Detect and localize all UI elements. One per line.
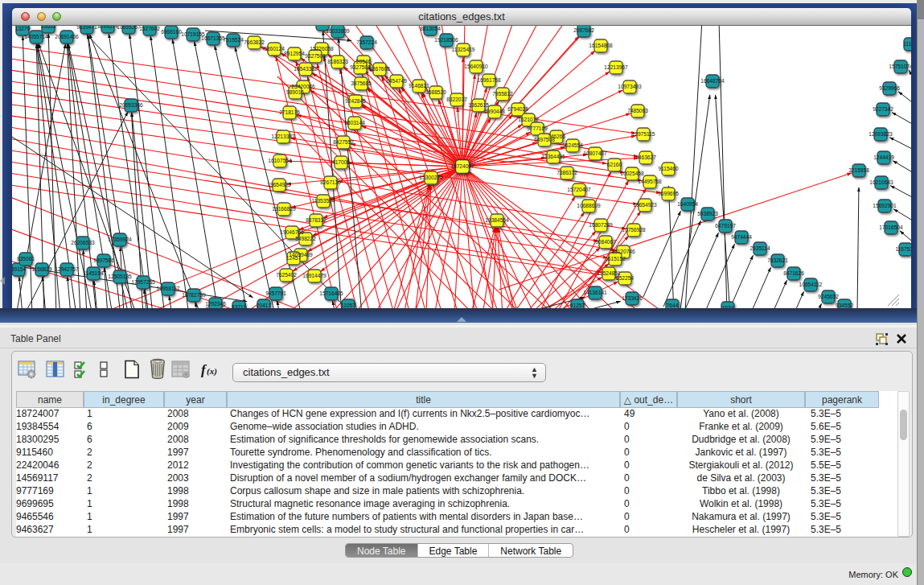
svg-text:(x): (x) [207,366,217,377]
svg-text:6497508: 6497508 [534,137,555,142]
svg-text:7515524: 7515524 [223,37,244,43]
svg-text:7644: 7644 [667,303,679,308]
svg-text:15692901: 15692901 [873,203,897,208]
svg-text:2803144: 2803144 [344,120,365,126]
svg-text:8878332: 8878332 [306,217,326,223]
svg-text:14495758: 14495758 [638,179,662,184]
svg-text:19166829: 19166829 [272,206,296,212]
svg-text:1640954: 1640954 [677,201,698,207]
svg-text:9115460: 9115460 [658,166,679,171]
svg-text:417006: 417006 [332,159,350,165]
svg-text:16120746: 16120746 [611,249,635,254]
svg-text:20691406: 20691406 [55,34,79,39]
svg-text:1167530: 1167530 [895,246,911,252]
svg-text:16807289: 16807289 [589,222,613,228]
svg-text:17359924: 17359924 [108,237,132,242]
svg-text:10973493: 10973493 [618,84,642,89]
svg-text:15226058: 15226058 [310,46,334,51]
svg-text:8267130: 8267130 [320,179,341,185]
svg-text:17957255: 17957255 [131,279,155,285]
svg-text:12213967: 12213967 [604,64,628,70]
svg-text:989016: 989016 [286,89,304,95]
svg-text:9242845: 9242845 [345,98,366,104]
svg-text:5938923: 5938923 [697,211,718,216]
svg-text:5498222: 5498222 [295,236,316,241]
svg-text:14055714: 14055714 [24,34,48,39]
svg-text:10688609: 10688609 [577,203,601,208]
svg-text:7832621: 7832621 [767,257,788,263]
svg-text:1292346: 1292346 [205,301,226,307]
svg-text:8322037: 8322037 [446,97,467,102]
svg-text:252254: 252254 [616,275,634,281]
svg-text:9245652: 9245652 [818,294,839,299]
svg-text:7625402: 7625402 [276,272,297,278]
svg-text:9860124: 9860124 [264,46,285,51]
svg-text:9329966: 9329966 [879,85,900,91]
svg-text:41257: 41257 [570,303,585,308]
svg-text:11353594: 11353594 [312,198,335,204]
svg-text:9227342: 9227342 [873,106,893,112]
svg-text:10807487: 10807487 [583,150,607,156]
svg-text:12975115: 12975115 [632,131,655,137]
svg-text:7357224: 7357224 [356,39,377,45]
svg-text:12093823: 12093823 [869,131,893,137]
svg-text:9777169: 9777169 [527,126,548,131]
svg-text:835061: 835061 [17,256,35,262]
svg-text:1156829: 1156829 [31,266,52,272]
svg-text:13279: 13279 [15,26,31,31]
svg-text:9699695: 9699695 [658,191,679,196]
svg-text:16033809: 16033809 [326,28,350,34]
svg-text:9639471: 9639471 [76,26,97,30]
svg-text:18724007: 18724007 [450,163,474,169]
svg-text:1362615: 1362615 [468,102,489,108]
svg-text:6479197: 6479197 [715,223,736,229]
svg-text:16961758: 16961758 [477,77,501,83]
svg-text:15720407: 15720407 [567,187,591,192]
svg-text:9463627: 9463627 [635,154,656,160]
svg-text:12505135: 12505135 [108,274,132,279]
svg-text:11609: 11609 [315,26,330,27]
svg-text:7663822: 7663822 [244,39,265,45]
svg-text:8912954: 8912954 [284,51,305,56]
svg-text:8471626: 8471626 [783,270,804,276]
svg-text:11057: 11057 [341,303,355,308]
svg-text:19046766: 19046766 [280,229,304,235]
svg-text:3624554: 3624554 [562,142,583,148]
svg-text:2935114: 2935114 [749,245,770,251]
svg-text:10025458: 10025458 [620,171,644,176]
svg-text:2718176: 2718176 [279,109,300,115]
svg-text:16914479: 16914479 [302,273,326,278]
svg-text:20053346: 20053346 [119,102,143,108]
svg-text:16648764: 16648764 [700,78,725,84]
svg-text:7485063: 7485063 [627,108,648,113]
svg-text:9327508: 9327508 [350,64,371,70]
svg-text:15300275: 15300275 [419,175,443,180]
svg-text:26206533: 26206533 [71,240,95,245]
svg-text:3875685: 3875685 [351,80,372,86]
svg-text:15751074: 15751074 [889,64,911,69]
svg-text:9084067: 9084067 [595,239,616,245]
svg-text:2087682: 2087682 [573,27,594,33]
svg-text:11325419: 11325419 [452,47,475,52]
svg-text:19654923: 19654923 [633,202,657,208]
svg-text:16107554: 16107554 [268,158,292,163]
svg-text:12457: 12457 [286,255,302,261]
svg-text:6794028: 6794028 [507,106,528,112]
svg-text:19384554: 19384554 [485,217,509,223]
svg-text:10958117: 10958117 [157,286,180,291]
svg-text:12213382: 12213382 [271,134,295,139]
svg-text:17016504: 17016504 [879,225,903,230]
svg-text:9474444: 9474444 [731,234,752,240]
svg-text:1527602: 1527602 [139,26,160,31]
svg-text:10655267: 10655267 [117,26,141,30]
svg-text:16154808: 16154808 [589,43,613,48]
svg-text:1244419: 1244419 [873,154,894,160]
svg-text:9397586: 9397586 [93,257,114,263]
svg-text:19654925: 19654925 [267,182,291,187]
svg-text:6966160: 6966160 [161,29,182,35]
svg-text:10654112: 10654112 [799,282,823,287]
svg-text:39154: 39154 [12,266,26,272]
svg-text:1588520: 1588520 [425,89,446,95]
svg-text:14136141: 14136141 [583,290,607,295]
svg-text:20417: 20417 [257,303,272,308]
